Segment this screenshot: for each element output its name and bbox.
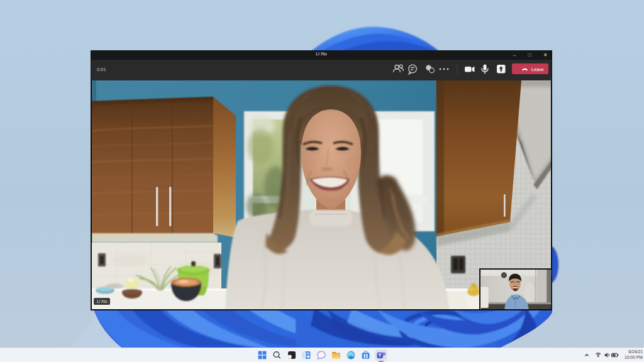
svg-text:Leave: Leave <box>531 67 544 72</box>
